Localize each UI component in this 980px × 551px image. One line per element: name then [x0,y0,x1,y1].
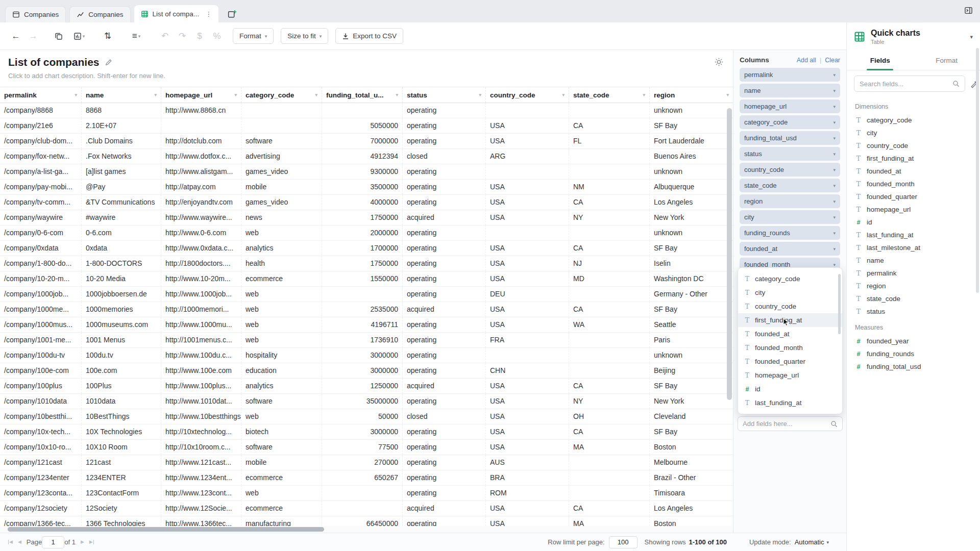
table-cell[interactable]: http://www.0-6.com [161,226,241,240]
table-row[interactable]: /company/100du-tv100du.tvhttp://www.100d… [0,348,733,363]
table-cell[interactable]: /company/1000me... [0,302,82,317]
table-cell[interactable]: http://www.1366tec... [161,516,241,526]
column-menu-icon[interactable]: ▾ [479,92,481,97]
table-cell[interactable]: /company/1000job... [0,287,82,302]
table-cell[interactable]: SF Bay [650,379,733,393]
table-cell[interactable]: unknown [650,164,733,179]
table-cell[interactable]: Albuquerque [650,180,733,194]
table-cell[interactable]: AUS [486,455,569,470]
table-row[interactable]: /company/21e62.10E+075050000operatingUSA… [0,118,733,134]
tab-list-of-companies[interactable]: List of compa... ⋮ [134,5,219,22]
page-input[interactable] [42,536,64,548]
dropdown-item-first_funding_at[interactable]: Tfirst_funding_at [738,313,842,327]
table-cell[interactable]: http://www.1234ent... [161,470,241,485]
table-cell[interactable]: #waywire [82,210,161,225]
column-header-status[interactable]: status▾ [403,87,486,103]
last-page-button[interactable]: ▶ [89,540,94,544]
table-cell[interactable]: 121cast [82,455,161,470]
table-cell[interactable]: /company/8868 [0,103,82,118]
table-cell[interactable] [569,470,650,485]
column-chip-state_code[interactable]: state_code▾ [740,179,840,192]
table-cell[interactable]: Seattle [650,317,733,332]
column-chip-region[interactable]: region▾ [740,194,840,208]
table-cell[interactable]: operating [403,363,486,378]
sort-button[interactable]: ⇅ [99,28,116,44]
table-cell[interactable]: 2535000 [322,302,403,317]
table-cell[interactable]: USA [486,271,569,286]
table-cell[interactable]: USA [486,302,569,317]
field-item-founded_month[interactable]: Tfounded_month [847,178,980,190]
tab-format[interactable]: Format [914,51,980,70]
field-item-founded_at[interactable]: Tfounded_at [847,165,980,178]
table-cell[interactable]: news [241,210,322,225]
row-limit-input[interactable] [609,536,638,548]
size-to-fit-button[interactable]: Size to fit ▾ [281,28,328,44]
table-cell[interactable]: 1000jobboersen.de [82,287,161,302]
table-row[interactable]: /company/1000mus...1000museums.comhttp:/… [0,317,733,333]
table-cell[interactable]: NJ [569,256,650,271]
table-cell[interactable]: software [241,134,322,148]
table-cell[interactable]: MA [569,440,650,455]
table-cell[interactable]: http://atpay.com [161,180,241,194]
table-row[interactable]: /company/123conta...123ContactFormhttp:/… [0,486,733,501]
table-cell[interactable]: 100du.tv [82,348,161,363]
column-chip-category_code[interactable]: category_code▾ [740,115,840,129]
table-cell[interactable]: 10BestThings [82,409,161,424]
table-cell[interactable] [486,103,569,118]
table-cell[interactable]: Boston [650,516,733,526]
table-cell[interactable]: USA [486,409,569,424]
table-cell[interactable]: /company/a-list-ga... [0,164,82,179]
table-cell[interactable]: /company/123conta... [0,486,82,500]
table-cell[interactable]: operating [403,103,486,118]
table-row[interactable]: /company/1010data1010datahttp://www.1010… [0,394,733,409]
table-cell[interactable]: operating [403,195,486,210]
table-row[interactable]: /company/1-800-do...1-800-DOCTORShttp://… [0,256,733,271]
table-cell[interactable]: operating [403,134,486,148]
table-cell[interactable]: CA [569,195,650,210]
column-header-region[interactable]: region▾ [650,87,733,103]
table-cell[interactable]: software [241,394,322,409]
percent-format-button[interactable]: % [208,28,226,44]
table-cell[interactable]: operating [403,516,486,526]
table-cell[interactable] [569,164,650,179]
table-cell[interactable]: manufacturing [241,516,322,526]
table-cell[interactable] [322,103,403,118]
table-cell[interactable] [569,103,650,118]
table-cell[interactable]: /company/1366-tec... [0,516,82,526]
field-item-permalink[interactable]: Tpermalink [847,267,980,280]
table-cell[interactable]: http://www.100e.com [161,363,241,378]
table-cell[interactable]: 3000000 [322,424,403,439]
dropdown-item-id[interactable]: #id [738,382,842,396]
table-cell[interactable]: ARG [486,149,569,164]
table-cell[interactable]: operating [403,180,486,194]
table-cell[interactable] [241,103,322,118]
field-item-country_code[interactable]: Tcountry_code [847,139,980,152]
table-cell[interactable]: Brazil - Other [650,470,733,485]
tab-companies-2[interactable]: Companies [69,6,130,22]
table-cell[interactable]: Paris [650,333,733,347]
table-cell[interactable]: http://www.1000mu... [161,317,241,332]
table-cell[interactable]: operating [403,424,486,439]
table-row[interactable]: /company/club-dom....Club Domainshttp://… [0,134,733,149]
field-item-funding_total_usd[interactable]: #funding_total_usd [847,360,980,373]
column-header-name[interactable]: name▾ [82,87,161,103]
table-cell[interactable]: web [241,486,322,500]
field-item-id[interactable]: #id [847,216,980,229]
table-cell[interactable] [241,118,322,133]
table-cell[interactable]: operating [403,317,486,332]
table-cell[interactable]: http://10x10room.c... [161,440,241,455]
table-cell[interactable]: ecommerce [241,501,322,516]
table-cell[interactable]: USA [486,210,569,225]
table-cell[interactable]: operating [403,241,486,256]
table-row[interactable]: /company/0-6-com0-6.comhttp://www.0-6.co… [0,226,733,241]
tab-companies-1[interactable]: Companies [5,6,66,22]
table-cell[interactable]: 12Society [82,501,161,516]
table-row[interactable]: /company/121cast121casthttp://www.121cas… [0,455,733,470]
table-cell[interactable]: health [241,256,322,271]
table-cell[interactable]: &TV Communications [82,195,161,210]
table-row[interactable]: /company/100plus100Plushttp://www.100plu… [0,379,733,394]
table-cell[interactable]: /company/1-800-do... [0,256,82,271]
table-cell[interactable]: CA [569,241,650,256]
table-cell[interactable]: MD [569,271,650,286]
column-chip-permalink[interactable]: permalink▾ [740,68,840,82]
